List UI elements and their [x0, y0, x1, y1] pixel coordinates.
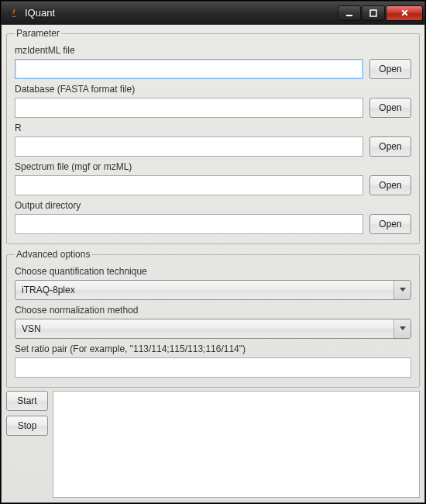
mzidentml-label: mzIdentML file: [15, 45, 411, 56]
quant-combo[interactable]: iTRAQ-8plex: [15, 280, 411, 300]
spectrum-input[interactable]: [15, 175, 363, 195]
database-label: Database (FASTA format file): [15, 84, 411, 95]
start-button[interactable]: Start: [6, 391, 48, 411]
svg-rect-0: [346, 15, 352, 16]
norm-label: Choose normalization method: [15, 305, 411, 316]
database-open-button[interactable]: Open: [369, 98, 411, 118]
client-area: Parameter mzIdentML file Open Database (…: [1, 24, 425, 503]
output-log[interactable]: [53, 391, 420, 498]
mzidentml-input[interactable]: [15, 59, 363, 79]
output-input[interactable]: [15, 214, 363, 234]
norm-combo-value: VSN: [15, 323, 393, 334]
app-window: IQuant Parameter mzIdentML file Open Dat…: [0, 0, 426, 504]
r-input[interactable]: [15, 136, 363, 157]
window-title: IQuant: [25, 7, 338, 19]
quant-combo-value: iTRAQ-8plex: [15, 285, 393, 295]
bottom-buttons: Start Stop: [6, 391, 48, 498]
chevron-down-icon: [393, 319, 411, 338]
quant-label: Choose quantification technique: [15, 266, 411, 277]
advanced-legend: Advanced options: [15, 249, 91, 260]
close-button[interactable]: [386, 5, 423, 21]
minimize-button[interactable]: [338, 5, 361, 21]
advanced-group: Advanced options Choose quantification t…: [6, 249, 420, 388]
output-open-button[interactable]: Open: [369, 214, 411, 234]
ratio-input[interactable]: [15, 357, 411, 378]
stop-button[interactable]: Stop: [6, 416, 48, 436]
bottom-row: Start Stop: [6, 391, 420, 498]
ratio-label: Set ratio pair (For example, "113/114;11…: [15, 343, 411, 354]
spectrum-open-button[interactable]: Open: [369, 175, 411, 195]
norm-combo[interactable]: VSN: [15, 319, 411, 339]
spectrum-label: Spectrum file (mgf or mzML): [15, 161, 411, 172]
parameter-legend: Parameter: [15, 28, 61, 39]
titlebar: IQuant: [1, 1, 425, 24]
r-label: R: [15, 123, 411, 133]
maximize-button[interactable]: [362, 5, 385, 21]
database-input[interactable]: [15, 98, 363, 118]
java-icon: [8, 7, 20, 19]
parameter-group: Parameter mzIdentML file Open Database (…: [6, 28, 420, 244]
r-open-button[interactable]: Open: [369, 136, 411, 157]
svg-rect-1: [370, 10, 376, 16]
window-controls: [338, 5, 423, 21]
output-label: Output directory: [15, 200, 411, 211]
mzidentml-open-button[interactable]: Open: [369, 59, 411, 79]
chevron-down-icon: [393, 281, 411, 299]
